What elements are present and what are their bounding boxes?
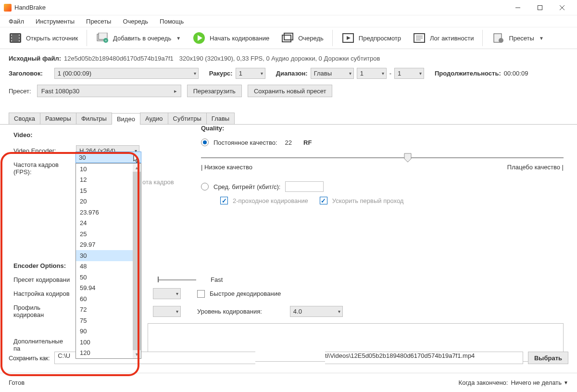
encoder-preset-label: Пресет кодировани [13,276,71,283]
chevron-down-icon: ▼ [539,36,544,41]
framerate-option[interactable]: 15 [76,185,141,196]
maximize-button[interactable] [529,0,551,15]
browse-button[interactable]: Выбрать [528,352,568,364]
scrollbar-thumb[interactable] [133,172,141,350]
title-select[interactable]: 1 (00:00:09) [54,68,199,79]
framerate-option[interactable]: 23.976 [76,207,141,218]
angle-select[interactable]: 1 [236,68,265,79]
preview-button[interactable]: Предпросмотр [337,30,406,46]
presets-icon [491,32,505,44]
activity-log-label: Лог активности [430,35,474,42]
avg-bitrate-radio[interactable] [201,183,209,190]
minimize-button[interactable] [507,0,529,15]
encoder-profile-label: Профиль кодирован [13,304,71,318]
fast-decode-label: Быстрое декодирование [210,290,281,297]
activity-log-button[interactable]: Лог активности [408,30,478,46]
encoder-profile-select[interactable] [153,306,181,317]
when-done-select[interactable]: Ничего не делать ▼ [511,379,568,386]
tab-subtitles[interactable]: Субтитры [168,113,207,124]
menu-queue[interactable]: Очередь [117,16,154,26]
menu-file[interactable]: Файл [3,16,30,26]
tab-audio[interactable]: Аудио [140,113,168,124]
menu-tools[interactable]: Инструменты [30,16,80,26]
encoder-level-select[interactable]: 4.0 [290,306,343,317]
svg-rect-1 [538,5,542,10]
framerate-option[interactable]: 100 [76,337,141,348]
encoder-tune-select[interactable] [153,288,181,299]
when-done-label: Когда закончено: [459,379,508,386]
framerate-option[interactable]: 29.97 [76,240,141,251]
framerate-option[interactable]: 120 [76,348,141,359]
framerate-option[interactable]: 24 [76,218,141,229]
avg-bitrate-label: Сред. битрейт (кбит/с): [213,183,280,190]
framerate-option[interactable]: 60 [76,293,141,304]
save-as-label: Сохранить как: [9,354,50,362]
menu-presets[interactable]: Пресеты [80,16,117,26]
reload-preset-button[interactable]: Перезагрузить [187,85,242,97]
framerate-option[interactable]: 25 [76,228,141,240]
framerate-option[interactable]: 72 [76,304,141,316]
menu-help[interactable]: Помощь [154,16,189,26]
tab-summary[interactable]: Сводка [9,113,40,124]
svg-point-8 [11,40,12,41]
turbo-checkbox[interactable] [320,197,327,204]
framerate-dropdown-list[interactable]: ▲ ▼ 1012152023.976242529.9730485059.9460… [75,163,141,359]
queue-label: Очередь [298,35,324,42]
svg-rect-19 [284,33,293,40]
framerate-option[interactable]: 12 [76,175,141,186]
framerate-option[interactable]: 90 [76,326,141,337]
framerate-option[interactable]: 59.94 [76,283,141,294]
queue-button[interactable]: Очередь [276,30,328,46]
scroll-down-icon[interactable]: ▼ [133,350,141,358]
avg-bitrate-input[interactable] [285,181,324,192]
range-to-select[interactable]: 1 [394,68,424,79]
range-dash: - [389,70,391,77]
source-name: 12e5d05b2b189480d6170d574b19a7f1 [64,55,174,62]
save-preset-button[interactable]: Сохранить новый пресет [248,85,333,97]
close-button[interactable] [551,0,573,15]
add-queue-button[interactable]: + Добавить в очередь ▼ [91,30,186,46]
save-path-input[interactable]: ti\Videos\12E5d05b2b189480d6170d574b19a7… [325,352,523,364]
start-encode-label: Начать кодирование [210,35,269,42]
tab-filters[interactable]: Фильтры [76,113,112,124]
open-source-button[interactable]: Открыть источник [4,30,83,46]
framerate-option[interactable]: 30 [76,250,141,261]
window-title: HandBrake [14,4,507,11]
twopass-checkbox[interactable] [220,197,228,204]
constant-quality-label: Постоянное качество: [213,139,277,146]
open-source-label: Открыть источник [26,35,78,42]
range-type-select[interactable]: Главы [311,68,354,79]
tab-dimensions[interactable]: Размеры [40,113,76,124]
encoder-level-label: Уровень кодирования: [197,308,262,315]
range-label: Диапазон: [276,70,308,77]
framerate-option[interactable]: 75 [76,315,141,326]
tab-chapters[interactable]: Главы [206,113,235,124]
preset-picker[interactable]: Fast 1080p30 [37,85,181,97]
duration-value: 00:00:09 [504,70,528,77]
framerate-option[interactable]: 20 [76,196,141,207]
fast-decode-checkbox[interactable] [197,290,205,298]
chevron-down-icon: ▼ [564,380,568,385]
video-encoder-label: Video Encoder: [13,147,71,154]
range-from-select[interactable]: 1 [357,68,387,79]
svg-point-27 [499,38,503,43]
presets-button[interactable]: Пресеты ▼ [487,30,548,46]
duration-label: Продолжительность: [435,70,501,77]
tab-video[interactable]: Видео [112,113,140,125]
quality-slider[interactable] [201,153,564,163]
constant-quality-radio[interactable] [201,139,209,146]
framerate-option[interactable]: 10 [76,164,141,175]
status-text: Готов [9,379,25,386]
svg-point-10 [19,38,20,38]
quality-low-label: | Низкое качество [201,164,252,171]
twopass-label: 2-проходное кодирование [233,197,308,204]
scroll-up-icon[interactable]: ▲ [133,164,141,172]
extra-options-label: Дополнительные па [13,323,69,352]
framerate-select[interactable]: 30 [75,152,141,163]
framerate-option[interactable]: 50 [76,272,141,283]
framerate-option[interactable]: 48 [76,261,141,272]
framerate-radio-hint: ота кадров [142,178,174,186]
cq-value: 22 [285,139,292,146]
preview-label: Предпросмотр [359,35,401,42]
start-encode-button[interactable]: Начать кодирование [188,30,274,46]
